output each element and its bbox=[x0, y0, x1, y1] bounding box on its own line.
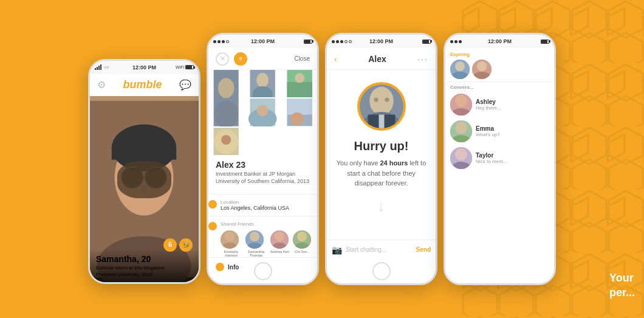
chat-person-name: Alex bbox=[368, 54, 386, 64]
expiring-row bbox=[450, 60, 549, 79]
phone1-battery: WiFi bbox=[176, 65, 194, 69]
svg-point-58 bbox=[455, 95, 467, 107]
svg-point-45 bbox=[369, 87, 394, 116]
location-section: Location Los Angeles, California USA bbox=[208, 194, 317, 211]
info-icon bbox=[216, 263, 224, 271]
phone4-status-bar: 12:00 PM bbox=[445, 35, 554, 48]
friends-icon bbox=[208, 222, 217, 230]
phone-2: 12:00 PM ✕ ≡ Close bbox=[207, 33, 319, 285]
conversation-2[interactable]: Emma What's up? bbox=[445, 118, 554, 145]
svg-point-64 bbox=[455, 148, 467, 161]
conversation-1[interactable]: Ashley Hey there... bbox=[445, 91, 554, 118]
down-arrow-icon: ↓ bbox=[378, 198, 385, 215]
phone4-battery bbox=[541, 40, 549, 44]
close-profile-btn[interactable]: ✕ bbox=[216, 52, 229, 66]
profile-badges: 6 🐝 bbox=[163, 238, 193, 252]
send-btn[interactable]: Send bbox=[416, 246, 431, 253]
more-options-btn[interactable]: ··· bbox=[417, 54, 428, 64]
convo-text-3: Taylor Nice to meet... bbox=[476, 152, 549, 164]
svg-point-13 bbox=[141, 185, 147, 193]
friend-1: Kimberly Hanson bbox=[221, 230, 242, 257]
convo-avatar-2 bbox=[450, 120, 472, 142]
friend-name-2: Samantha Thomas bbox=[245, 250, 267, 257]
svg-point-55 bbox=[477, 61, 487, 71]
svg-point-22 bbox=[295, 73, 304, 83]
phone4-screen: Expiring bbox=[445, 48, 554, 283]
phone2-signal bbox=[213, 40, 229, 43]
svg-point-25 bbox=[257, 105, 269, 117]
photo-cell-6 bbox=[208, 128, 244, 155]
friend-avatar-3 bbox=[270, 230, 289, 249]
svg-rect-48 bbox=[379, 115, 384, 129]
expiring-avatar-1[interactable] bbox=[450, 60, 470, 79]
convo-text-1: Ashley Hey there... bbox=[476, 99, 549, 111]
svg-point-50 bbox=[385, 98, 389, 102]
phone1-time: 12:00 PM bbox=[132, 64, 156, 71]
phone3-screen: ‹ Alex ··· bbox=[327, 48, 436, 283]
phone1-screen: ⚙ bumble 💬 bbox=[90, 74, 199, 282]
phone2-header: ✕ ≡ Close bbox=[208, 48, 317, 70]
match-avatar bbox=[357, 82, 406, 131]
friend-2: Samantha Thomas bbox=[245, 230, 267, 257]
main-content: ○○ 12:00 PM WiFi ⚙ bumble 💬 bbox=[0, 0, 644, 318]
friend-name-3: Andrea Kim bbox=[270, 250, 289, 254]
right-side-text: Your per... bbox=[609, 271, 635, 300]
convo-avatar-1 bbox=[450, 94, 472, 116]
svg-point-28 bbox=[290, 112, 303, 125]
svg-point-15 bbox=[218, 78, 234, 98]
phone-4: 12:00 PM Expiring bbox=[444, 33, 556, 285]
svg-point-8 bbox=[112, 124, 176, 171]
phone2-time: 12:00 PM bbox=[251, 38, 275, 44]
photo-cell-4 bbox=[245, 99, 280, 126]
photo-cell-3 bbox=[282, 70, 317, 97]
svg-point-42 bbox=[297, 232, 307, 241]
camera-icon[interactable]: 📷 bbox=[332, 245, 342, 255]
detail-university: University of Southern California, 2013 bbox=[216, 178, 310, 184]
right-text-line2: per... bbox=[609, 286, 635, 300]
filter-btn[interactable]: ≡ bbox=[234, 52, 247, 66]
friend-name-4: Chi Sm... bbox=[293, 250, 311, 254]
phone3-status-bar: 12:00 PM bbox=[327, 35, 436, 48]
phone2-filter-icons: ✕ ≡ bbox=[216, 52, 247, 66]
conversations-label: Convers... bbox=[445, 82, 554, 91]
chat-input-bar: 📷 Start chatting... Send bbox=[327, 240, 436, 259]
friend-avatar-1 bbox=[221, 230, 239, 249]
location-value: Los Angeles, California USA bbox=[221, 205, 289, 211]
badge-number: 6 bbox=[163, 238, 177, 252]
bumble-logo: bumble bbox=[123, 78, 162, 91]
friend-4: Chi Sm... bbox=[293, 230, 311, 257]
detail-name: Alex 23 bbox=[216, 160, 310, 170]
hurry-title: Hurry up! bbox=[354, 139, 409, 153]
expiring-avatar-2[interactable] bbox=[472, 60, 492, 79]
convo-avatar-3 bbox=[450, 147, 472, 169]
close-btn[interactable]: Close bbox=[294, 55, 310, 62]
svg-point-36 bbox=[250, 232, 259, 241]
phone-1: ○○ 12:00 PM WiFi ⚙ bumble 💬 bbox=[88, 59, 200, 284]
phone2-home-btn[interactable] bbox=[254, 262, 272, 280]
profile-job: Editorial Intern at Elle Magazine bbox=[96, 265, 193, 271]
photo-grid bbox=[208, 70, 317, 155]
convo-text-2: Emma What's up? bbox=[476, 125, 549, 137]
messages-icon[interactable]: 💬 bbox=[179, 79, 191, 91]
svg-point-61 bbox=[455, 122, 467, 134]
profile-card[interactable]: Samantha, 20 Editorial Intern at Elle Ma… bbox=[90, 96, 199, 282]
phone3-home-btn[interactable] bbox=[372, 262, 391, 280]
profile-overlay: Samantha, 20 Editorial Intern at Elle Ma… bbox=[90, 249, 199, 282]
conversation-3[interactable]: Taylor Nice to meet... bbox=[445, 145, 554, 171]
bee-icon: 🐝 bbox=[179, 238, 193, 252]
friend-3: Andrea Kim bbox=[270, 230, 289, 257]
chat-placeholder[interactable]: Start chatting... bbox=[346, 246, 413, 253]
settings-icon[interactable]: ⚙ bbox=[97, 79, 106, 91]
friends-row: Kimberly Hanson Samantha Thomas bbox=[221, 230, 317, 257]
photo-cell-2 bbox=[245, 70, 280, 97]
location-label: Location bbox=[221, 199, 289, 205]
phone3-battery bbox=[422, 40, 431, 44]
svg-point-39 bbox=[275, 232, 284, 241]
chat-body: Hurry up! You only have 24 hours left to… bbox=[327, 70, 436, 221]
phone4-signal bbox=[450, 40, 462, 43]
phone2-battery bbox=[304, 40, 312, 44]
right-text-line1: Your bbox=[609, 271, 635, 285]
expiring-section: Expiring bbox=[445, 48, 554, 82]
friend-avatar-2 bbox=[245, 230, 264, 249]
back-btn[interactable]: ‹ bbox=[334, 54, 337, 64]
